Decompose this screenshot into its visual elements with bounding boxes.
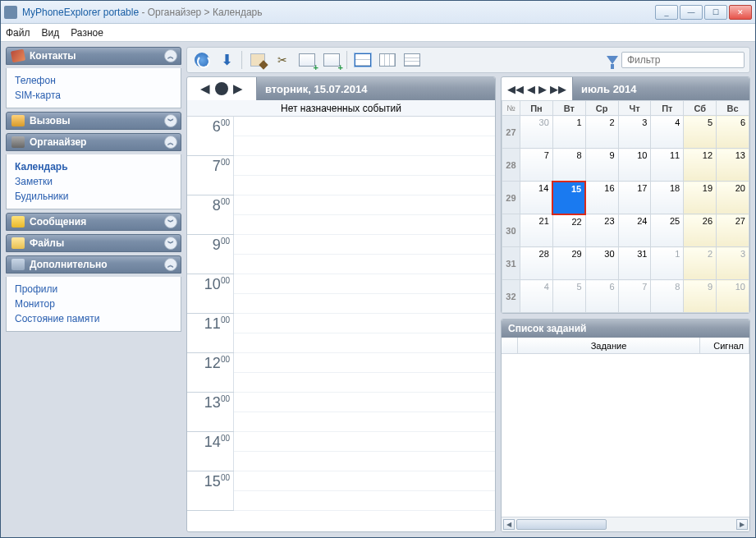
month-day-28[interactable]: 28 <box>520 247 552 280</box>
scroll-left-button[interactable]: ◀ <box>503 519 515 530</box>
hour-row-9[interactable]: 900 <box>187 235 495 274</box>
month-day-11[interactable]: 11 <box>651 149 684 182</box>
scroll-thumb[interactable] <box>516 519 607 530</box>
sidebar-section-Сообщения[interactable]: Сообщения︾ <box>6 213 181 231</box>
hour-body[interactable] <box>233 471 495 510</box>
day-grid[interactable]: 600700800900100011001200130014001500 <box>187 117 495 531</box>
hour-body[interactable] <box>233 432 495 471</box>
window-close-button[interactable]: ✕ <box>729 5 752 20</box>
hour-row-8[interactable]: 800 <box>187 195 495 235</box>
month-day-10[interactable]: 10 <box>618 149 651 182</box>
month-day-7[interactable]: 7 <box>618 280 651 313</box>
month-day-5[interactable]: 5 <box>684 116 717 149</box>
month-day-26[interactable]: 26 <box>684 214 717 247</box>
menu-other[interactable]: Разное <box>71 27 103 39</box>
tasks-hscroll[interactable]: ◀ ▶ <box>502 517 749 531</box>
sidebar-section-Файлы[interactable]: Файлы︾ <box>6 234 181 252</box>
hour-row-11[interactable]: 1100 <box>187 314 495 353</box>
month-day-5[interactable]: 5 <box>552 280 585 313</box>
month-day-4[interactable]: 4 <box>651 116 684 149</box>
chevron-icon[interactable]: ︽ <box>164 136 177 149</box>
month-day-29[interactable]: 29 <box>552 247 585 280</box>
month-day-16[interactable]: 16 <box>585 182 618 214</box>
menu-view[interactable]: Вид <box>42 27 60 39</box>
toolbar-view-list-button[interactable] <box>402 50 422 70</box>
month-day-25[interactable]: 25 <box>651 214 684 247</box>
hour-body[interactable] <box>233 353 495 392</box>
month-day-27[interactable]: 27 <box>717 214 749 247</box>
chevron-icon[interactable]: ︾ <box>164 215 177 228</box>
hour-row-15[interactable]: 1500 <box>187 471 495 511</box>
hour-row-10[interactable]: 1000 <box>187 274 495 314</box>
month-prev-year-button[interactable]: ◀◀ <box>507 83 524 95</box>
sidebar-item-Заметки[interactable]: Заметки <box>15 174 172 189</box>
hour-row-7[interactable]: 700 <box>187 156 495 195</box>
hour-row-13[interactable]: 1300 <box>187 393 495 432</box>
hour-body[interactable] <box>233 235 495 274</box>
hour-row-14[interactable]: 1400 <box>187 432 495 471</box>
month-day-2[interactable]: 2 <box>684 247 717 280</box>
month-day-7[interactable]: 7 <box>520 149 552 182</box>
tasks-col-signal[interactable]: Сигнал <box>700 338 749 353</box>
hour-body[interactable] <box>233 314 495 352</box>
window-minimize-button[interactable]: — <box>680 5 703 20</box>
month-day-18[interactable]: 18 <box>651 182 684 214</box>
month-day-20[interactable]: 20 <box>717 182 749 214</box>
sidebar-item-Состояние памяти[interactable]: Состояние памяти <box>15 311 172 326</box>
month-day-22[interactable]: 22 <box>552 214 585 247</box>
month-day-9[interactable]: 9 <box>585 149 618 182</box>
month-day-19[interactable]: 19 <box>684 182 717 214</box>
month-day-30[interactable]: 30 <box>585 247 618 280</box>
toolbar-refresh-button[interactable] <box>192 50 212 70</box>
month-day-24[interactable]: 24 <box>618 214 651 247</box>
scroll-right-button[interactable]: ▶ <box>736 519 748 530</box>
month-day-4[interactable]: 4 <box>520 280 552 313</box>
month-day-1[interactable]: 1 <box>552 116 585 149</box>
sidebar-section-Дополнительно[interactable]: Дополнительно︽ <box>6 255 181 274</box>
hour-body[interactable] <box>233 117 495 155</box>
month-day-15[interactable]: 15 <box>552 182 585 214</box>
month-next-button[interactable]: ▶ <box>538 83 547 95</box>
month-day-2[interactable]: 2 <box>585 116 618 149</box>
sidebar-item-SIM-карта[interactable]: SIM-карта <box>15 88 172 103</box>
hour-body[interactable] <box>233 156 495 195</box>
month-day-17[interactable]: 17 <box>618 182 651 214</box>
tasks-col-checkbox[interactable] <box>502 338 518 353</box>
sidebar-item-Телефон[interactable]: Телефон <box>15 73 172 88</box>
hour-body[interactable] <box>233 274 495 313</box>
month-day-3[interactable]: 3 <box>618 116 651 149</box>
toolbar-view-week-button[interactable] <box>378 50 397 70</box>
month-day-13[interactable]: 13 <box>717 149 749 182</box>
day-prev-button[interactable]: ◀ <box>200 81 210 96</box>
month-day-21[interactable]: 21 <box>520 214 552 247</box>
chevron-icon[interactable]: ︽ <box>164 258 177 271</box>
month-day-31[interactable]: 31 <box>618 247 651 280</box>
chevron-icon[interactable]: ︽ <box>164 49 177 62</box>
month-day-8[interactable]: 8 <box>552 149 585 182</box>
month-day-14[interactable]: 14 <box>520 182 552 214</box>
month-day-30[interactable]: 30 <box>520 116 552 149</box>
toolbar-delete-button[interactable]: ✂ <box>273 50 292 70</box>
hour-row-12[interactable]: 1200 <box>187 353 495 393</box>
month-day-1[interactable]: 1 <box>651 247 684 280</box>
month-next-year-button[interactable]: ▶▶ <box>550 83 566 95</box>
month-day-3[interactable]: 3 <box>717 247 749 280</box>
month-day-12[interactable]: 12 <box>684 149 717 182</box>
sidebar-section-Вызовы[interactable]: Вызовы︾ <box>6 112 181 130</box>
day-today-button[interactable] <box>215 82 228 95</box>
chevron-icon[interactable]: ︾ <box>164 114 177 127</box>
toolbar-download-button[interactable]: ⬇ <box>217 50 236 70</box>
hour-body[interactable] <box>233 195 495 234</box>
tasks-body[interactable] <box>502 354 749 517</box>
month-day-6[interactable]: 6 <box>717 116 749 149</box>
chevron-icon[interactable]: ︾ <box>164 237 177 250</box>
month-day-10[interactable]: 10 <box>717 280 749 313</box>
hour-row-6[interactable]: 600 <box>187 117 495 156</box>
sidebar-section-Контакты[interactable]: Контакты︽ <box>6 47 181 65</box>
month-day-6[interactable]: 6 <box>585 280 618 313</box>
tasks-col-task[interactable]: Задание <box>518 338 700 353</box>
toolbar-edit-button[interactable] <box>248 50 268 70</box>
sidebar-item-Будильники[interactable]: Будильники <box>15 189 172 204</box>
toolbar-new-task-button[interactable]: + <box>322 50 341 70</box>
sidebar-item-Монитор[interactable]: Монитор <box>15 297 172 311</box>
